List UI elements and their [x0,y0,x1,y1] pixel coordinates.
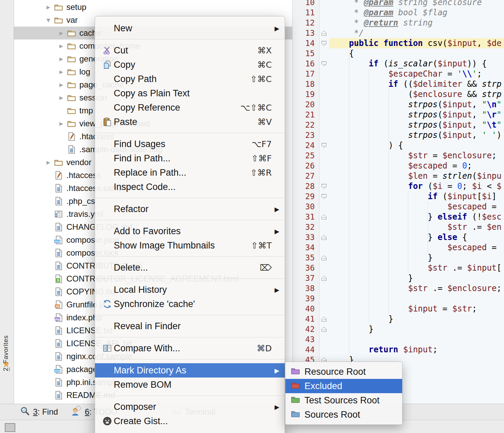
tree-item-label: vendor [66,158,91,167]
chevron-collapsed-icon[interactable]: ▶ [56,121,66,126]
line-number: 35 [293,253,319,263]
fold-marker-icon[interactable] [321,327,327,332]
chevron-collapsed-icon[interactable]: ▶ [56,56,66,62]
chevron-collapsed-icon[interactable]: ▶ [56,30,66,36]
line-number: 33 [293,232,319,242]
chevron-collapsed-icon[interactable]: ▶ [56,69,66,75]
code-text: $escaped = [329,242,504,253]
menu-item-refactor[interactable]: Refactor▶ [95,202,285,216]
line-number: 16 [293,59,319,69]
code-line-13: 13 */ [293,28,504,38]
menu-item-copy-path[interactable]: Copy Path⇧⌘C [95,72,285,86]
menu-item-create-gist[interactable]: Create Gist... [95,414,285,428]
line-number: 22 [293,120,319,130]
line-number: 37 [293,273,319,283]
line-number: 26 [293,161,319,171]
fold-marker-icon[interactable] [321,255,327,260]
menu-item-shortcut: ⌥F7 [252,139,280,149]
menu-item-composer[interactable]: Composer▶ [95,400,285,414]
line-number: 15 [293,48,319,59]
fold-marker-icon[interactable] [321,61,327,66]
folder-icon [66,94,77,101]
menu-item-show-image-thumbnails[interactable]: Show Image Thumbnails⇧⌘T [95,238,285,253]
code-editor[interactable]: 10 * @param string $enclosure11 * @param… [292,0,504,404]
code-text: return $input; [329,344,504,355]
menu-item-label: Mark Directory As [114,365,186,376]
menu-item-reveal-in-finder[interactable]: Reveal in Finder [95,319,285,333]
favorites-star-icon[interactable]: ★ [2,359,10,369]
line-number: 36 [293,263,319,273]
code-line-32: 32 $str .= $en [293,222,504,232]
menu-item-remove-bom[interactable]: Remove BOM [95,378,285,392]
toolwindow-toggle-icon[interactable] [5,423,15,432]
menu-item-cut[interactable]: Cut⌘X [95,43,285,58]
php-icon: php [53,313,64,322]
text-icon [53,352,64,361]
submenu-item-sources-root[interactable]: Sources Root [285,407,402,422]
html-icon: h [53,274,64,283]
menu-item-shortcut: ⌘C [257,60,280,70]
code-line-43: 43 [293,334,504,344]
chevron-collapsed-icon[interactable]: ▶ [56,82,66,87]
menu-item-copy-reference[interactable]: Copy Reference⌥⇧⌘C [95,100,285,115]
line-number: 32 [293,222,319,232]
submenu-arrow-icon: ▶ [274,206,279,213]
fold-marker-icon[interactable] [321,276,327,281]
chevron-collapsed-icon[interactable]: ▶ [43,4,53,10]
code-text: strpos($input, "\n" [329,99,504,110]
code-line-20: 20 strpos($input, "\n" [293,99,504,110]
menu-item-copy[interactable]: Copy⌘C [95,58,285,72]
menu-item-synchronize-cache[interactable]: Synchronize 'cache' [95,297,285,311]
chevron-collapsed-icon[interactable]: ▶ [56,95,66,100]
fold-marker-icon[interactable] [321,194,327,199]
fold-marker-icon[interactable] [321,184,327,189]
find-toolwindow-button[interactable]: 3: Find [20,404,58,420]
json-icon: JSON [53,365,64,374]
menu-item-inspect-code[interactable]: Inspect Code... [95,180,285,194]
code-text: } else { [329,232,504,242]
fold-marker-icon[interactable] [321,143,327,148]
menu-item-replace-in-path[interactable]: Replace in Path...⇧⌘R [95,165,285,180]
tree-item-label: log [79,67,90,77]
menu-item-add-to-favorites[interactable]: Add to Favorites▶ [95,224,285,238]
fold-marker-icon[interactable] [321,235,327,240]
menu-item-delete[interactable]: Delete...⌦ [95,260,285,275]
code-line-15: 15 { [293,48,504,59]
line-number: 18 [293,79,319,89]
mark-directory-as-submenu: Resource RootExcludedTest Sources RootSo… [285,362,403,425]
line-number: 44 [293,344,319,355]
code-line-10: 10 * @param string $enclosure [293,0,504,7]
folder-icon [66,120,77,127]
fold-marker-icon[interactable] [321,214,327,220]
fold-marker-icon[interactable] [321,317,327,322]
menu-item-shortcut: ⇧⌘R [250,168,280,178]
line-number: 29 [293,191,319,202]
menu-item-paste[interactable]: Paste⌘V [95,115,285,129]
text-icon [53,378,64,387]
menu-item-find-usages[interactable]: Find Usages⌥F7 [95,137,285,151]
fold-marker-icon[interactable] [321,41,327,46]
menu-item-copy-as-plain-text[interactable]: Copy as Plain Text [95,86,285,100]
context-menu: New▶Cut⌘XCopy⌘CCopy Path⇧⌘CCopy as Plain… [95,16,285,433]
menu-item-local-history[interactable]: Local History▶ [95,283,285,297]
ide-window: 2: Favorites ★ ▶setup▼var▶cache▶composer… [0,0,504,433]
menu-item-mark-directory-as[interactable]: Mark Directory As▶ [95,363,285,378]
chevron-collapsed-icon[interactable]: ▶ [43,160,53,165]
menu-item-new[interactable]: New▶ [95,21,285,35]
menu-item-shortcut: ⌘X [257,46,280,55]
menu-item-find-in-path[interactable]: Find in Path...⇧⌘F [95,151,285,165]
submenu-item-resource-root[interactable]: Resource Root [285,365,402,379]
submenu-item-test-sources-root[interactable]: Test Sources Root [285,393,402,407]
menu-item-label: Copy as Plain Text [114,88,190,99]
code-text: $escaped = 0; [329,161,504,171]
fold-marker-icon[interactable] [321,31,327,36]
text-icon [53,287,64,296]
tree-row-setup[interactable]: ▶setup [14,1,292,14]
chevron-expanded-icon[interactable]: ▼ [43,17,53,23]
menu-item-compare-with[interactable]: Compare With...⌘D [95,341,285,355]
chevron-collapsed-icon[interactable]: ▶ [56,43,66,49]
menu-item-label: Remove BOM [114,380,172,390]
folder-purple-icon [291,367,300,377]
submenu-item-excluded[interactable]: Excluded [285,379,402,393]
menu-item-label: Local History [114,285,167,295]
